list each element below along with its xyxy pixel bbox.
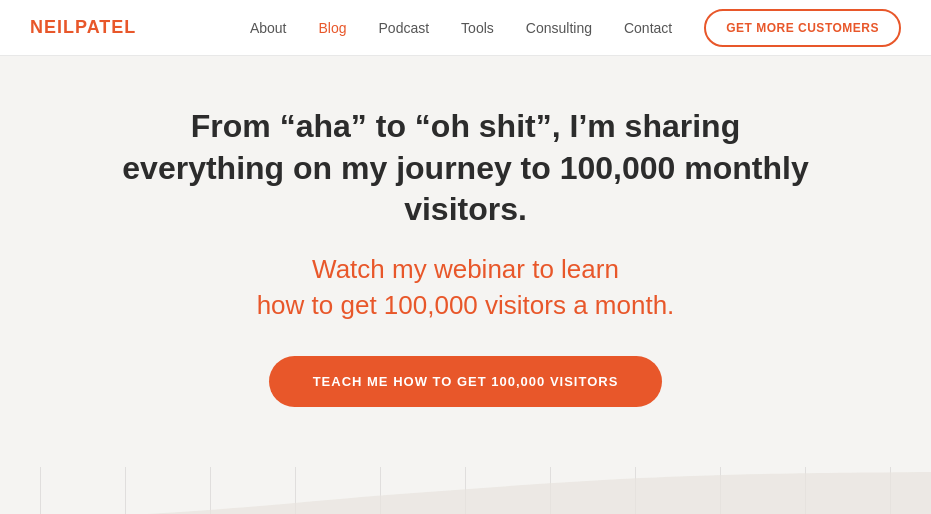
hero-title: From “aha” to “oh shit”, I’m sharing eve… [116,106,816,231]
chart-area: 0K 10K 20K 30K 40K 50K 60K 70K 80K 90K 1… [0,467,931,514]
nav-item-tools[interactable]: Tools [461,20,494,36]
hero-section: From “aha” to “oh shit”, I’m sharing eve… [0,56,931,467]
nav: About Blog Podcast Tools Consulting Cont… [250,20,672,36]
header: NEILPATEL About Blog Podcast Tools Consu… [0,0,931,56]
chart-svg [0,472,931,514]
chart-grid [0,467,931,514]
hero-subtitle-line2: how to get 100,000 visitors a month. [257,290,675,320]
hero-subtitle: Watch my webinar to learn how to get 100… [257,251,675,324]
nav-item-blog[interactable]: Blog [318,20,346,36]
teach-me-button[interactable]: TEACH ME HOW TO GET 100,000 VISITORS [269,356,663,407]
logo[interactable]: NEILPATEL [30,17,136,38]
nav-item-consulting[interactable]: Consulting [526,20,592,36]
hero-subtitle-line1: Watch my webinar to learn [312,254,619,284]
nav-item-contact[interactable]: Contact [624,20,672,36]
nav-item-podcast[interactable]: Podcast [379,20,430,36]
get-more-customers-button[interactable]: GET MORE CUSTOMERS [704,9,901,47]
nav-item-about[interactable]: About [250,20,287,36]
